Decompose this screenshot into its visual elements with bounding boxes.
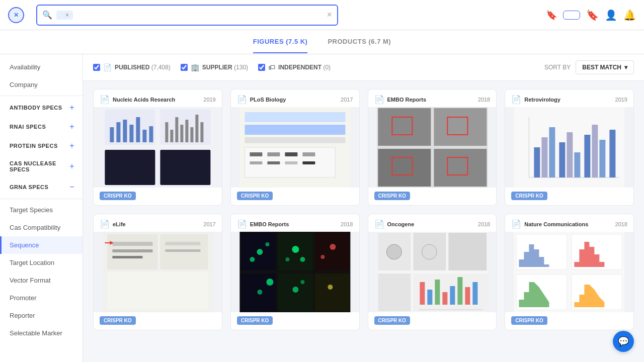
expand-icon: + [69, 162, 74, 171]
svg-rect-93 [427, 290, 432, 305]
filter-checkbox-independent[interactable] [258, 64, 265, 71]
tab-figures[interactable]: FIGURES (7.5 K) [253, 31, 308, 53]
chat-bubble[interactable]: 💬 [613, 331, 634, 352]
filter-published[interactable]: 📄PUBLISHED (7,408) [93, 63, 171, 71]
sidebar-item-antibody-specs[interactable]: ANTIBODY SPECS+ [0, 98, 83, 117]
filter-bar: 📄PUBLISHED (7,408)🏢SUPPLIER (130)🏷INDEPE… [83, 54, 644, 81]
result-card[interactable]: 📄PLoS Biology2017 CRISPR KO [230, 89, 360, 206]
expand-icon: + [69, 122, 74, 131]
journal-name: Nucleic Acids Research [113, 97, 175, 103]
bookmarks-icon[interactable]: 🔖 [586, 9, 599, 21]
filter-type-icon: 📄 [103, 63, 112, 71]
sidebar-item-rnai-specs[interactable]: RNAI SPECS+ [0, 117, 83, 136]
filter-supplier[interactable]: 🏢SUPPLIER (130) [181, 63, 248, 71]
svg-point-79 [330, 244, 336, 250]
card-figure-image [94, 232, 222, 312]
journal-year: 2018 [341, 221, 353, 227]
svg-rect-21 [245, 112, 345, 122]
svg-rect-28 [302, 152, 315, 156]
svg-rect-17 [190, 127, 193, 142]
sidebar-item-promoter[interactable]: Promoter [0, 289, 83, 307]
svg-rect-50 [575, 152, 581, 177]
expand-icon: + [69, 103, 74, 112]
sidebar-item-protein-specs[interactable]: PROTEIN SPECS+ [0, 136, 83, 155]
svg-rect-90 [378, 274, 411, 311]
sidebar-item-selectable-marker[interactable]: Selectable Marker [0, 324, 83, 342]
result-card[interactable]: 📄EMBO Reports2018 CRISPR KO [230, 214, 360, 330]
svg-rect-4 [160, 150, 210, 185]
invite-colleague-button[interactable] [563, 11, 580, 20]
user-icon[interactable]: 👤 [605, 9, 617, 21]
save-search-button[interactable]: 🔖 [546, 10, 557, 21]
header-actions: 🔖 🔖 👤 🔔 [546, 9, 636, 21]
sidebar-item-target-location[interactable]: Target Location [0, 254, 83, 272]
filter-label: INDEPENDENT (0) [278, 64, 331, 71]
tag-remove-icon[interactable]: × [65, 12, 69, 19]
svg-point-78 [300, 257, 305, 262]
sort-button[interactable]: BEST MATCH ▾ [576, 60, 634, 74]
chevron-down-icon: ▾ [624, 64, 627, 71]
card-header: 📄EMBO Reports2018 [231, 214, 359, 232]
svg-rect-94 [435, 280, 440, 305]
svg-point-80 [320, 255, 325, 259]
tabs-bar: FIGURES (7.5 K)PRODUCTS (6.7 M) [0, 30, 644, 54]
card-header: 📄PLoS Biology2017 [231, 89, 359, 107]
sidebar-item-grna-specs[interactable]: gRNA SPECS− [0, 177, 83, 197]
filter-label: SUPPLIER (130) [202, 64, 248, 71]
sidebar-divider [0, 96, 83, 96]
result-card[interactable]: 📄Retrovirology2019 CRISPR KO [505, 89, 634, 206]
journal-icon: 📄 [511, 219, 521, 229]
search-bar[interactable]: 🔍 × × [36, 5, 338, 26]
result-card[interactable]: 📄Nature Communications2018 CRISPR KO [505, 214, 634, 330]
sidebar-divider [0, 199, 83, 199]
svg-rect-9 [136, 117, 140, 142]
journal-year: 2018 [615, 221, 627, 227]
sidebar-item-vector-format[interactable]: Vector Format [0, 272, 83, 289]
search-tag: × [56, 11, 73, 20]
card-badge: CRISPR KO [374, 316, 411, 325]
sidebar-item-label: Sequence [10, 241, 39, 249]
svg-rect-95 [442, 292, 447, 305]
filter-independent[interactable]: 🏷INDEPENDENT (0) [258, 63, 331, 71]
journal-icon: 📄 [100, 95, 110, 104]
result-card[interactable]: 📄eLife2017 CRISPR KO [93, 214, 222, 330]
sidebar-item-availability[interactable]: Availability [0, 58, 83, 76]
svg-rect-58 [107, 272, 208, 310]
result-card[interactable]: 📄Nucleic Acids Research2019 CRISPR KO [93, 89, 222, 206]
svg-rect-47 [549, 127, 555, 177]
result-card[interactable]: 📄Oncogene2018 CRISPR KO [368, 214, 497, 330]
journal-name: Retrovirology [524, 97, 560, 103]
result-card[interactable]: 📄EMBO Reports2018 CRISPR KO [368, 89, 497, 206]
sidebar-item-company[interactable]: Company [0, 76, 83, 94]
sidebar-item-reporter[interactable]: Reporter [0, 307, 83, 324]
sidebar-item-label: Company [10, 81, 38, 88]
sidebar-item-label: PROTEIN SPECS [10, 143, 58, 149]
filter-checkbox-published[interactable] [93, 64, 100, 71]
sidebar-item-cas-nuclease-specs[interactable]: CAS NUCLEASE SPECS+ [0, 155, 83, 177]
sidebar-item-label: Selectable Marker [10, 329, 62, 337]
card-header: 📄Nature Communications2018 [505, 214, 633, 232]
journal-name: Nature Communications [524, 221, 588, 227]
svg-rect-12 [165, 122, 168, 142]
svg-rect-30 [267, 161, 280, 164]
search-clear-icon[interactable]: × [327, 10, 332, 20]
svg-rect-72 [315, 274, 349, 311]
svg-rect-18 [195, 115, 198, 142]
svg-rect-46 [542, 137, 548, 177]
sidebar-item-cas-compatibility[interactable]: Cas Compatibility [0, 219, 83, 236]
card-badge: CRISPR KO [237, 192, 273, 200]
notifications-icon[interactable]: 🔔 [623, 9, 636, 21]
svg-point-101 [386, 244, 401, 259]
sidebar-item-target-species[interactable]: Target Species [0, 201, 83, 219]
card-badge: CRISPR KO [511, 316, 547, 325]
logo[interactable]: ✕ [8, 7, 28, 23]
card-header: 📄EMBO Reports2018 [368, 89, 497, 107]
svg-rect-96 [450, 286, 455, 305]
header: ✕ 🔍 × × 🔖 🔖 👤 🔔 [0, 0, 644, 30]
journal-year: 2019 [203, 97, 215, 103]
svg-rect-49 [567, 132, 573, 177]
sidebar-item-sequence[interactable]: Sequence [0, 236, 83, 254]
svg-rect-29 [250, 161, 262, 164]
filter-checkbox-supplier[interactable] [181, 64, 188, 71]
tab-products[interactable]: PRODUCTS (6.7 M) [328, 31, 391, 53]
